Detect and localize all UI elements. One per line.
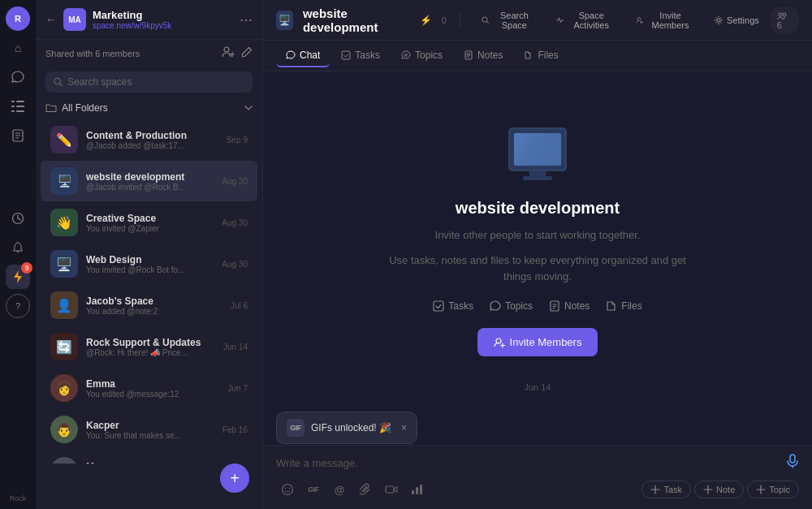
shared-with-label: Shared with 6 members (45, 49, 140, 58)
empty-action-topics[interactable]: Topics (490, 300, 533, 312)
search-space-button[interactable]: Search Space (473, 6, 545, 34)
doc-icon[interactable] (6, 123, 30, 148)
space-date: Sep 9 (227, 136, 248, 145)
topic-compose-button[interactable]: Topic (747, 481, 799, 498)
message-input[interactable] (276, 457, 780, 469)
space-name: Kacper (86, 420, 214, 431)
empty-action-tasks[interactable]: Tasks (433, 300, 473, 312)
mic-button[interactable] (786, 454, 799, 472)
bolt-active-icon[interactable]: 9 (6, 265, 30, 289)
space-item-jacobs[interactable]: 👤 Jacob's Space You added @note:2 Jul 6 (41, 285, 257, 326)
space-item-web-design[interactable]: 🖥️ Web Design You invited @Rock Bot fo..… (41, 244, 257, 284)
settings-icon (714, 15, 723, 25)
space-name: Jacob's Space (86, 295, 222, 307)
space-item-kacper[interactable]: 👨 Kacper You: Sure that makes se... Feb … (41, 409, 257, 450)
toast-text: GIFs unlocked! 🎉 (311, 422, 391, 434)
header-menu-button[interactable]: ⋯ (240, 12, 253, 28)
mention-toolbar-button[interactable]: @ (328, 478, 351, 501)
note-compose-label: Note (716, 485, 735, 494)
note-compose-icon (703, 485, 713, 494)
empty-action-files[interactable]: Files (606, 300, 641, 312)
list-icon[interactable] (6, 94, 30, 119)
fab-new-button[interactable]: + (220, 464, 249, 493)
topic-compose-icon (756, 485, 766, 494)
empty-action-notes[interactable]: Notes (549, 300, 590, 312)
empty-state-subtitle1: Invite other people to start working tog… (435, 227, 641, 244)
bell-icon[interactable] (6, 235, 30, 260)
activity-icon (556, 15, 564, 25)
tab-chat-label: Chat (300, 50, 320, 61)
toast-close-button[interactable]: × (401, 422, 407, 434)
tab-notes[interactable]: Notes (454, 45, 512, 67)
invite-members-button[interactable]: Invite Members (477, 328, 598, 356)
invite-members-topbar-button[interactable]: Invite Members (628, 6, 703, 34)
svg-rect-35 (529, 170, 546, 177)
space-date: Jul 6 (231, 301, 248, 310)
add-member-icon[interactable] (222, 46, 235, 60)
space-sub: @Jacob invited @Rock B... (86, 183, 214, 192)
user-avatar[interactable]: R (6, 6, 30, 31)
nav-tabs: Chat Tasks Topics Notes (263, 41, 812, 71)
home-icon[interactable]: ⌂ (6, 36, 30, 60)
space-icon-support: 🔄 (50, 333, 78, 360)
svg-point-24 (779, 13, 782, 16)
space-details: Creative Space You invited @Zapier (86, 213, 214, 233)
spaces-list: ✏️ Content & Production @Jacob added @ta… (36, 119, 262, 464)
message-toolbar: GIF @ (276, 472, 799, 501)
topics-empty-icon (490, 300, 501, 312)
chart-toolbar-button[interactable] (406, 478, 429, 501)
tab-tasks[interactable]: Tasks (331, 45, 390, 67)
settings-button[interactable]: Settings (706, 11, 767, 29)
chat-sidebar-icon[interactable] (6, 65, 30, 89)
space-item-content-production[interactable]: ✏️ Content & Production @Jacob added @ta… (41, 119, 257, 160)
edit-icon[interactable] (241, 46, 253, 60)
svg-point-49 (285, 488, 287, 490)
space-name: website development (86, 171, 214, 183)
folder-selector[interactable]: All Folders (36, 97, 262, 119)
tab-files-label: Files (538, 50, 558, 61)
help-icon[interactable]: ? (6, 294, 30, 318)
tab-chat[interactable]: Chat (276, 45, 330, 67)
space-details: Web Design You invited @Rock Bot fo... (86, 254, 214, 274)
tasks-tab-icon (341, 50, 351, 60)
space-item-website-dev[interactable]: 🖥️ website development @Jacob invited @R… (41, 161, 257, 201)
svg-rect-53 (416, 487, 418, 494)
toast-gif-icon: GIF (287, 419, 304, 437)
search-space-label: Search Space (492, 11, 536, 30)
svg-rect-52 (412, 490, 414, 494)
tab-topics[interactable]: Topics (391, 45, 452, 67)
chevron-down-icon (244, 106, 253, 110)
emoji-toolbar-button[interactable] (276, 478, 299, 501)
invite-members-icon (494, 337, 505, 348)
folder-icon (45, 103, 57, 113)
svg-point-20 (637, 17, 640, 20)
space-item-emma[interactable]: 👩 Emma You edited @message:12 Jun 7 (41, 368, 257, 408)
space-icon-kacper: 👨 (50, 416, 78, 443)
tab-files[interactable]: Files (514, 45, 568, 67)
gif-toolbar-button[interactable]: GIF (302, 478, 325, 501)
attach-toolbar-button[interactable] (354, 478, 377, 501)
icon-bar: R ⌂ (0, 0, 36, 509)
clock-icon[interactable] (6, 206, 30, 231)
video-toolbar-button[interactable] (380, 478, 403, 501)
svg-rect-38 (434, 301, 443, 311)
empty-action-notes-label: Notes (564, 300, 590, 312)
task-compose-button[interactable]: Task (641, 481, 691, 498)
back-button[interactable]: ← (45, 13, 57, 26)
space-date: Jun 7 (228, 384, 248, 393)
svg-rect-4 (11, 110, 15, 112)
space-item-creative[interactable]: 👋 Creative Space You invited @Zapier Aug… (41, 202, 257, 243)
topbar-space-icon: 🖥️ (276, 11, 293, 30)
topbar-bolt-icon: ⚡ (420, 15, 432, 26)
svg-rect-2 (11, 106, 15, 107)
attach-icon (360, 483, 371, 496)
members-icon (777, 12, 787, 20)
activities-button[interactable]: Space Activities (548, 6, 624, 34)
search-input[interactable] (67, 76, 244, 88)
space-item-marc[interactable]: 👨‍💼 Marc You: Want to join me on... 18 (41, 451, 257, 464)
note-compose-button[interactable]: Note (694, 481, 744, 498)
invite-icon (636, 15, 643, 25)
space-item-support[interactable]: 🔄 Rock Support & Updates @Rock: Hi there… (41, 326, 257, 367)
sidebar-bottom: + (36, 464, 262, 509)
space-icon-webdesign: 🖥️ (50, 250, 78, 278)
